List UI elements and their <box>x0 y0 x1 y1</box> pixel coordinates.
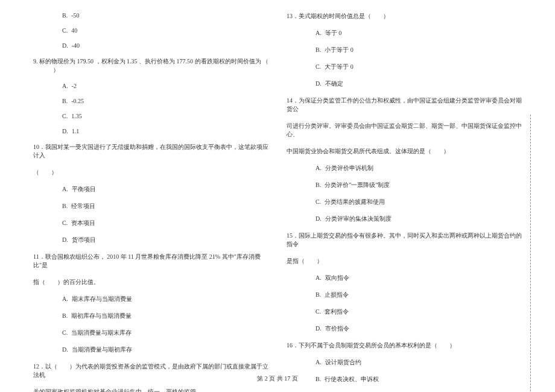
option-item: C.40 <box>33 27 268 34</box>
option-item: D.-40 <box>33 42 268 49</box>
option-text: -50 <box>71 12 79 19</box>
text-fragment: 179.50 <box>77 58 94 65</box>
option-item: A.设计期货合约 <box>287 358 522 367</box>
option-letter: B. <box>62 12 68 19</box>
option-text: 期末库存与当期消费量 <box>72 296 132 302</box>
text-fragment: 司进行分类评审。评审委员会由中国证监会期货二部、期货一部、中国期货保证金监控中心… <box>287 122 522 138</box>
text-fragment: 关的国家政权监管机构对基金业进行集中、统一、严格的监管。 <box>33 388 202 392</box>
option-text: 止损指令 <box>325 291 349 298</box>
question-13-stem: 13．美式期权的时间价值总是（ ） <box>287 12 522 21</box>
option-letter: A. <box>62 186 68 192</box>
option-item: B.期初库存与当期消费量 <box>33 312 268 320</box>
option-text: 1.1 <box>72 128 80 134</box>
option-letter: D. <box>62 128 68 134</box>
option-letter: C. <box>316 198 321 205</box>
option-text: 经常项目 <box>71 203 95 209</box>
option-text: 分类结果的披露和使用 <box>325 198 385 205</box>
question-12-stem-cont: 关的国家政权监管机构对基金业进行集中、统一、严格的监管。 <box>33 388 268 392</box>
option-letter: B. <box>62 312 68 319</box>
text-fragment: 9. 标的物现价为 <box>33 58 75 65</box>
option-letter: D. <box>62 346 68 353</box>
text-fragment: 14．为保证分类监管工作的公信力和权威性，由中国证监会组建分类监管评审委员会对期… <box>287 97 522 112</box>
option-letter: D. <box>316 325 322 332</box>
option-letter: D. <box>316 80 322 87</box>
option-letter: A. <box>316 165 322 171</box>
question-10-stem: 10．我国对某一受灾国进行了无偿援助和捐赠，在我国的国际收支平衡表中，这笔款项应… <box>33 143 268 160</box>
option-letter: C. <box>316 308 321 315</box>
option-text: 1.35 <box>71 113 82 119</box>
option-text: 期初库存与当期消费量 <box>71 312 132 319</box>
option-item: B.分类评价"一票降级"制度 <box>287 181 522 189</box>
option-item: C.1.35 <box>33 113 268 119</box>
option-letter: D. <box>316 215 322 222</box>
question-14-stem-cont2: 中国期货业协会和期货交易所代表组成。这体现的是（ ） <box>287 147 522 156</box>
option-text: 当期消费量与期末库存 <box>71 329 132 336</box>
question-15-stem: 15．国际上期货交易的指令有很多种。其中，同时买入和卖出两种或两种以上期货合约的… <box>287 232 522 248</box>
option-item: D.不确定 <box>287 80 522 88</box>
text-fragment: （ ） <box>33 169 57 175</box>
text-fragment: ，权利金为 <box>95 58 125 65</box>
text-fragment: 的看跌期权的时间价值为 <box>195 58 261 65</box>
option-letter: B. <box>62 203 68 209</box>
text-fragment: 1.35 <box>127 58 138 65</box>
text-fragment: 16．下列不属于会员制期货交易所会员的基本权利的是（ ） <box>287 342 455 349</box>
option-text: 当期消费量与期初库存 <box>72 346 132 353</box>
option-text: -40 <box>72 42 80 49</box>
option-text: 40 <box>71 27 77 34</box>
option-letter: A. <box>62 296 68 302</box>
option-text: 套利指令 <box>325 308 349 315</box>
option-text: 分类评价"一票降级"制度 <box>325 182 390 188</box>
option-item: A.等于 0 <box>287 29 522 37</box>
option-letter: B. <box>316 182 321 188</box>
question-9-stem: 9. 标的物现价为 179.50 ，权利金为 1.35 、执行价格为 177.5… <box>33 57 268 74</box>
option-letter: B. <box>62 98 68 104</box>
option-text: -2 <box>72 83 77 89</box>
option-item: C.分类结果的披露和使用 <box>287 198 522 206</box>
option-item: B.止损指令 <box>287 291 522 299</box>
text-fragment: 是指（ ） <box>287 258 323 264</box>
option-item: B.经常项目 <box>33 202 268 210</box>
option-item: A.期末库存与当期消费量 <box>33 295 268 303</box>
option-text: 货币项目 <box>72 236 96 243</box>
option-item: A.分类评价申诉机制 <box>287 164 522 172</box>
page-footer: 第 2 页 共 17 页 <box>0 375 555 383</box>
option-text: 平衡项目 <box>72 186 96 192</box>
option-item: C.当期消费量与期末库存 <box>33 329 268 337</box>
blank-paren: ） <box>53 66 59 73</box>
document-page: B.-50 C.40 D.-40 9. 标的物现价为 179.50 ，权利金为 … <box>0 0 555 392</box>
question-15-stem-cont: 是指（ ） <box>287 257 522 265</box>
text-fragment: 13．美式期权的时间价值总是（ ） <box>287 13 389 19</box>
option-text: 资本项目 <box>71 220 95 226</box>
option-item: B.小于等于 0 <box>287 46 522 54</box>
text-fragment: 21% <box>209 253 220 260</box>
option-letter: C. <box>62 329 68 336</box>
option-item: D.分类评审的集体决策制度 <box>287 215 522 223</box>
text-fragment: 2010 年 11 月世界粮食库存消费比降至 <box>107 253 208 260</box>
text-fragment: 15．国际上期货交易的指令有很多种。其中，同时买入和卖出两种或两种以上期货合约的… <box>287 232 522 247</box>
text-fragment: 10．我国对某一受灾国进行了无偿援助和捐赠，在我国的国际收支平衡表中，这笔款项应… <box>33 144 268 159</box>
option-text: 分类评审的集体决策制度 <box>325 215 392 222</box>
option-item: B.-50 <box>33 12 268 19</box>
option-item: A.双向指令 <box>287 274 522 282</box>
option-item: C.大于等于 0 <box>287 63 522 71</box>
option-item: A.平衡项目 <box>33 185 268 194</box>
option-letter: C. <box>62 27 68 34</box>
text-fragment: 11．联合国粮农组织公布， <box>33 253 106 260</box>
option-item: A.-2 <box>33 83 268 89</box>
option-item: D.当期消费量与期初库存 <box>33 346 268 354</box>
option-text: 不确定 <box>325 80 343 87</box>
option-letter: D. <box>62 236 68 243</box>
text-fragment: 、执行价格为 <box>139 58 175 65</box>
option-letter: C. <box>62 113 68 119</box>
option-letter: A. <box>316 30 322 36</box>
option-letter: D. <box>62 42 68 49</box>
option-text: 小于等于 0 <box>325 46 354 53</box>
question-11-stem: 11．联合国粮农组织公布， 2010 年 11 月世界粮食库存消费比降至 21%… <box>33 253 268 270</box>
option-letter: A. <box>316 359 322 365</box>
option-item: D.市价指令 <box>287 324 522 333</box>
question-14-stem-cont: 司进行分类评审。评审委员会由中国证监会期货二部、期货一部、中国期货保证金监控中心… <box>287 122 522 139</box>
page-edge-dashed-line <box>530 115 531 392</box>
option-text: 大于等于 0 <box>325 63 354 70</box>
option-letter: B. <box>316 291 321 298</box>
option-letter: B. <box>316 46 321 53</box>
